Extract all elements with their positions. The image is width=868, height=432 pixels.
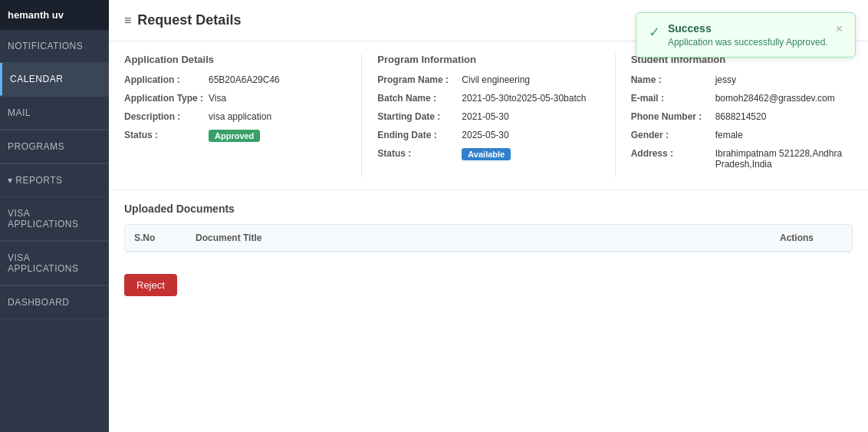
sidebar-item-dashboard[interactable]: Dashboard bbox=[0, 286, 109, 319]
program-name-row: Program Name : Civil engineering bbox=[377, 74, 599, 85]
sidebar-item-calendar[interactable]: CALENDAR bbox=[0, 63, 109, 96]
application-details-title: Application Details bbox=[124, 54, 346, 65]
application-number-row: Application : 65B20A6A29C46 bbox=[124, 74, 346, 85]
ending-date-row: Ending Date : 2025-05-30 bbox=[377, 130, 599, 140]
description-value: visa application bbox=[209, 111, 346, 122]
toast-title: Success bbox=[668, 22, 828, 35]
student-email-value: bomoh28462@grassdev.com bbox=[715, 93, 853, 104]
starting-date-label: Starting Date : bbox=[377, 111, 462, 122]
page-title: Request Details bbox=[137, 12, 241, 28]
status-row: Status : Approved bbox=[124, 130, 346, 142]
student-phone-label: Phone Number : bbox=[631, 111, 715, 122]
application-type-label: Application Type : bbox=[124, 93, 209, 104]
toast-close-button[interactable]: × bbox=[836, 22, 843, 36]
list-icon: ≡ bbox=[124, 14, 131, 28]
sidebar-item-reports[interactable]: ▾ REPORTS bbox=[0, 164, 109, 197]
col-header-sno: S.No bbox=[134, 232, 196, 243]
documents-table: S.No Document Title Actions bbox=[124, 224, 853, 252]
student-gender-label: Gender : bbox=[631, 130, 715, 140]
sidebar-user: hemanth uv bbox=[0, 0, 109, 30]
ending-date-label: Ending Date : bbox=[377, 130, 462, 140]
student-information-section: Student Information Name : jessy E-mail … bbox=[631, 54, 853, 177]
student-name-row: Name : jessy bbox=[631, 74, 853, 85]
description-row: Description : visa application bbox=[124, 111, 346, 122]
student-name-value: jessy bbox=[715, 74, 853, 85]
col-header-document-title: Document Title bbox=[196, 232, 751, 243]
program-status-row: Status : Available bbox=[377, 148, 599, 160]
uploaded-documents-section: Uploaded Documents S.No Document Title A… bbox=[109, 190, 868, 265]
main-content: ≡ Request Details Application Details Ap… bbox=[109, 0, 868, 432]
program-name-label: Program Name : bbox=[377, 74, 462, 85]
application-number-label: Application : bbox=[124, 74, 209, 85]
student-phone-value: 8688214520 bbox=[715, 111, 853, 122]
description-label: Description : bbox=[124, 111, 209, 122]
application-details-section: Application Details Application : 65B20A… bbox=[124, 54, 346, 177]
student-phone-row: Phone Number : 8688214520 bbox=[631, 111, 853, 122]
starting-date-row: Starting Date : 2021-05-30 bbox=[377, 111, 599, 122]
student-address-value: Ibrahimpatnam 521228,Andhra Pradesh,Indi… bbox=[715, 148, 853, 170]
starting-date-value: 2021-05-30 bbox=[462, 111, 599, 122]
batch-name-row: Batch Name : 2021-05-30to2025-05-30batch bbox=[377, 93, 599, 104]
status-badge: Approved bbox=[209, 130, 260, 142]
student-name-label: Name : bbox=[631, 74, 715, 85]
toast-message: Application was successfully Approved. bbox=[668, 37, 828, 48]
sidebar: hemanth uv NOTIFICATIONS CALENDAR MAIL P… bbox=[0, 0, 109, 432]
program-status-label: Status : bbox=[377, 148, 462, 159]
student-address-label: Address : bbox=[631, 148, 715, 159]
sidebar-item-programs[interactable]: PROGRAMS bbox=[0, 130, 109, 163]
batch-name-label: Batch Name : bbox=[377, 93, 462, 104]
batch-name-value: 2021-05-30to2025-05-30batch bbox=[462, 93, 599, 104]
uploaded-documents-title: Uploaded Documents bbox=[124, 203, 853, 215]
program-status-badge: Available bbox=[462, 148, 511, 160]
sidebar-item-notifications[interactable]: NOTIFICATIONS bbox=[0, 30, 109, 63]
footer-actions: Reject bbox=[109, 265, 868, 305]
success-icon: ✓ bbox=[649, 24, 660, 41]
reject-button[interactable]: Reject bbox=[124, 274, 177, 296]
application-number-value: 65B20A6A29C46 bbox=[209, 74, 346, 85]
toast-content: Success Application was successfully App… bbox=[668, 22, 828, 48]
sidebar-item-visa-applications-1[interactable]: VISA APPLICATIONS bbox=[0, 197, 109, 241]
toast-notification: ✓ Success Application was successfully A… bbox=[636, 12, 856, 58]
ending-date-value: 2025-05-30 bbox=[462, 130, 599, 140]
sidebar-item-visa-applications-2[interactable]: VISA APPLICATIONS bbox=[0, 242, 109, 285]
program-name-value: Civil engineering bbox=[462, 74, 599, 85]
student-email-row: E-mail : bomoh28462@grassdev.com bbox=[631, 93, 853, 104]
col-header-actions: Actions bbox=[751, 232, 843, 243]
student-gender-row: Gender : female bbox=[631, 130, 853, 140]
student-email-label: E-mail : bbox=[631, 93, 715, 104]
program-information-section: Program Information Program Name : Civil… bbox=[377, 54, 599, 177]
details-row: Application Details Application : 65B20A… bbox=[109, 41, 868, 190]
status-label: Status : bbox=[124, 130, 209, 140]
sidebar-item-mail[interactable]: MAIL bbox=[0, 97, 109, 130]
student-address-row: Address : Ibrahimpatnam 521228,Andhra Pr… bbox=[631, 148, 853, 170]
program-information-title: Program Information bbox=[377, 54, 599, 65]
application-type-row: Application Type : Visa bbox=[124, 93, 346, 104]
table-header-row: S.No Document Title Actions bbox=[125, 225, 852, 252]
application-type-value: Visa bbox=[209, 93, 346, 104]
student-gender-value: female bbox=[715, 130, 853, 140]
